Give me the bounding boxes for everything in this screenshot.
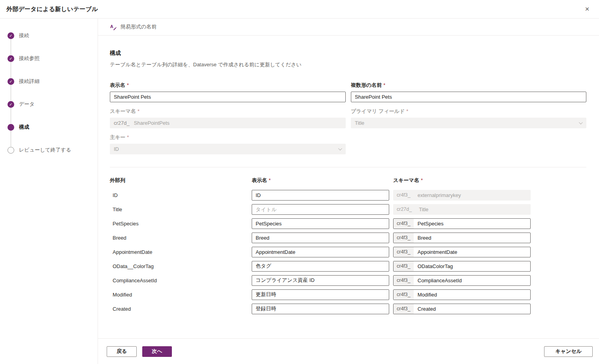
required-asterisk: *: [269, 177, 271, 183]
table-row: AppointmentDate cr4f3_: [110, 245, 586, 259]
display-name-input[interactable]: [110, 92, 346, 102]
column-schema-name-field: cr4f3_: [393, 261, 531, 272]
step-connector: [11, 108, 11, 124]
external-column-name: Breed: [110, 235, 252, 241]
column-schema-name-input[interactable]: [414, 233, 530, 243]
step-connector: [11, 85, 11, 101]
column-schema-name-input[interactable]: [414, 261, 530, 271]
table-row: ComplianceAssetId cr4f3_: [110, 273, 586, 287]
dialog-title: 外部データによる新しいテーブル: [6, 6, 98, 13]
dialog-body: ✓ 接続 ✓ 接続参照 ✓ 接続詳細: [0, 19, 599, 364]
column-schema-prefix: cr4f3_: [394, 233, 414, 243]
stepper-step-1: ✓ 接続: [0, 32, 98, 55]
external-column-name: Created: [110, 306, 252, 312]
table-row: Breed cr4f3_: [110, 231, 586, 245]
step-label: 接続詳細: [19, 78, 40, 85]
column-display-name-input[interactable]: [252, 304, 389, 314]
display-name-label: 表示名: [110, 82, 125, 88]
step-completed-check-icon: ✓: [8, 55, 14, 62]
column-display-name-input[interactable]: [252, 190, 389, 201]
step-label: 構成: [19, 124, 29, 131]
plural-name-field: 複数形の名前*: [351, 82, 586, 102]
column-schema-name-input[interactable]: [414, 247, 530, 257]
table-row: OData__ColorTag cr4f3_: [110, 259, 586, 273]
close-icon: ×: [585, 5, 589, 13]
required-asterisk: *: [406, 108, 408, 114]
cancel-button[interactable]: キャンセル: [544, 346, 593, 357]
simplified-name-command[interactable]: A 簡易形式の名前: [98, 19, 599, 36]
primary-field-value: Title: [355, 120, 364, 126]
next-button[interactable]: 次へ: [142, 346, 171, 357]
step-label: 接続: [19, 32, 29, 39]
chevron-down-icon: [338, 146, 342, 150]
rename-icon: A: [110, 24, 117, 30]
external-columns-rows: ID cr4f3_ Title: [110, 188, 586, 316]
plural-name-label: 複数形の名前: [351, 82, 382, 88]
external-columns-header: 外部列 表示名* スキーマ名*: [110, 177, 586, 184]
schema-name-label: スキーマ名: [110, 108, 136, 114]
column-display-name-input[interactable]: [252, 218, 389, 229]
column-schema-name-input[interactable]: [414, 276, 530, 285]
column-schema-name-field: cr4f3_: [393, 304, 531, 314]
column-display-name-input[interactable]: [252, 247, 389, 257]
column-schema-prefix: cr4f3_: [394, 190, 414, 200]
column-schema-prefix: cr4f3_: [394, 219, 414, 229]
primary-key-value: ID: [114, 146, 119, 152]
column-schema-name-input[interactable]: [414, 290, 530, 300]
primary-field-field: プライマリ フィールド* Title: [351, 108, 586, 128]
column-display-name-input[interactable]: [252, 275, 389, 286]
external-column-name: Modified: [110, 292, 252, 298]
required-asterisk: *: [127, 82, 129, 88]
chevron-down-icon: [579, 120, 583, 124]
table-row: Modified cr4f3_: [110, 287, 586, 302]
column-schema-prefix: cr4f3_: [394, 304, 414, 314]
stepper-step-4: ✓ データ: [0, 101, 98, 124]
external-column-name: PetSpecies: [110, 221, 252, 227]
primary-key-dropdown: ID: [110, 144, 346, 154]
external-columns-table: 外部列 表示名* スキーマ名* ID: [110, 177, 586, 316]
configuration-panel: 構成 テーブル名とテーブル列の詳細を、Dataverse で作成される前に更新し…: [98, 36, 599, 338]
required-asterisk: *: [138, 108, 139, 114]
step-label: データ: [19, 101, 35, 108]
column-schema-prefix: cr27d_: [394, 205, 415, 214]
schema-name-value: cr27d_ SharePointPets: [110, 118, 346, 128]
step-label: 接続参照: [19, 55, 40, 62]
column-display-name-input[interactable]: [252, 289, 389, 300]
step-completed-check-icon: ✓: [8, 101, 14, 108]
column-schema-name-field: cr4f3_: [393, 218, 531, 229]
column-schema-prefix: cr4f3_: [394, 276, 414, 285]
schema-prefix: cr27d_: [114, 120, 130, 126]
step-completed-check-icon: ✓: [8, 32, 14, 39]
column-schema-name-input: [414, 190, 530, 200]
display-name-field: 表示名*: [110, 82, 346, 102]
column-display-name-input[interactable]: [252, 204, 389, 215]
primary-field-dropdown: Title: [351, 118, 586, 128]
column-schema-name-input[interactable]: [414, 219, 530, 229]
column-schema-name-field: cr4f3_: [393, 233, 531, 243]
step-connector: [11, 62, 11, 78]
column-display-name-input[interactable]: [252, 261, 389, 272]
column-schema-name-field: cr4f3_: [393, 289, 531, 300]
step-completed-check-icon: ✓: [8, 78, 14, 85]
column-schema-name-field: cr4f3_: [393, 190, 531, 201]
back-button[interactable]: 戻る: [107, 346, 137, 357]
svg-text:A: A: [110, 24, 113, 29]
primary-key-field: 主キー* ID: [110, 134, 346, 154]
plural-name-input[interactable]: [351, 92, 586, 102]
column-schema-prefix: cr4f3_: [394, 290, 414, 300]
required-asterisk: *: [127, 134, 129, 140]
external-column-name: Title: [110, 206, 252, 212]
column-schema-name-input[interactable]: [414, 304, 530, 314]
external-column-name: ID: [110, 192, 252, 198]
stepper-step-6: レビューして終了する: [0, 146, 98, 154]
simplified-name-label: 簡易形式の名前: [121, 23, 156, 30]
table-row: PetSpecies cr4f3_: [110, 216, 586, 231]
new-table-external-data-dialog: 外部データによる新しいテーブル × ✓ 接続 ✓ 接続参照: [0, 0, 599, 364]
dialog-footer: 戻る 次へ キャンセル: [98, 338, 599, 364]
schema-name-field: スキーマ名* cr27d_ SharePointPets: [110, 108, 346, 128]
column-schema-prefix: cr4f3_: [394, 247, 414, 257]
column-schema-prefix: cr4f3_: [394, 261, 414, 271]
close-button[interactable]: ×: [582, 4, 593, 15]
column-display-name-input[interactable]: [252, 233, 389, 243]
dialog-titlebar: 外部データによる新しいテーブル ×: [0, 0, 599, 19]
